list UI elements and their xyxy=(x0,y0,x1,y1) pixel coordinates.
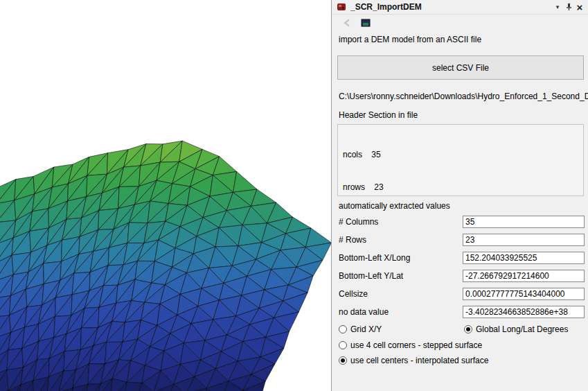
nodata-label: no data value xyxy=(339,306,389,318)
radio-cell-centers[interactable]: use cell centers - interpolated surface xyxy=(339,356,488,365)
radio-4-cell-corners[interactable]: use 4 cell corners - stepped surface xyxy=(339,340,482,350)
radio-button-icon[interactable] xyxy=(464,325,472,333)
collapse-arrow-icon xyxy=(342,19,352,27)
terrain-mesh-canvas[interactable] xyxy=(0,0,331,391)
panel-title: _SCR_ImportDEM xyxy=(350,2,552,12)
bottomleft-x-label: Bottom-Left X/Long xyxy=(339,252,410,264)
bottomleft-x-input[interactable] xyxy=(463,252,585,264)
close-button[interactable]: × xyxy=(574,1,585,12)
field-row-bottomleft-y: Bottom-Left Y/Lat xyxy=(332,270,588,282)
field-row-nodata: no data value xyxy=(332,306,588,318)
radio-4-cell-corners-label[interactable]: use 4 cell corners - stepped surface xyxy=(350,340,482,350)
field-row-rows: # Rows xyxy=(332,234,588,246)
radio-global-longlat[interactable]: Global Long/Lat Degrees xyxy=(464,324,568,334)
header-line: ncols 35 xyxy=(343,150,578,161)
header-section-box[interactable]: ncols 35 nrows 23 xllcorner 152.20403392… xyxy=(337,124,584,196)
select-csv-button[interactable]: select CSV File xyxy=(337,55,584,80)
bottomleft-y-input[interactable] xyxy=(463,270,585,282)
3d-viewport[interactable] xyxy=(0,0,331,391)
pin-button[interactable] xyxy=(563,1,574,12)
chevron-down-icon: ▾ xyxy=(556,4,560,10)
rows-input[interactable] xyxy=(463,234,585,246)
capture-button[interactable] xyxy=(359,17,372,29)
field-row-bottomleft-x: Bottom-Left X/Long xyxy=(332,252,588,264)
file-path-text: C:\Users\ronny.schneider\Downloads\Hydro… xyxy=(339,92,588,101)
panel-icon xyxy=(337,2,346,12)
bottomleft-y-label: Bottom-Left Y/Lat xyxy=(339,270,403,282)
panel-toolbar xyxy=(332,15,588,31)
radio-button-icon[interactable] xyxy=(339,325,347,333)
import-dem-panel: _SCR_ImportDEM ▾ × import a DEM model fr… xyxy=(331,0,588,391)
cellsize-label: Cellsize xyxy=(339,288,368,300)
cellsize-input[interactable] xyxy=(463,288,585,300)
panel-title-bar: _SCR_ImportDEM ▾ × xyxy=(332,0,588,15)
header-line: nrows 23 xyxy=(343,182,578,193)
nodata-input[interactable] xyxy=(463,306,585,318)
panel-menu-button[interactable]: ▾ xyxy=(552,1,563,12)
columns-label: # Columns xyxy=(339,216,378,228)
header-section-label: Header Section in file xyxy=(339,110,418,120)
extracted-values-label: automatically extracted values xyxy=(339,201,450,211)
field-row-cellsize: Cellsize xyxy=(332,288,588,300)
radio-grid-xy-label[interactable]: Grid X/Y xyxy=(350,324,382,334)
radio-button-icon[interactable] xyxy=(339,356,347,365)
image-icon xyxy=(361,19,371,27)
columns-input[interactable] xyxy=(463,216,585,228)
intro-text: import a DEM model from an ASCII file xyxy=(339,35,481,44)
radio-grid-xy[interactable]: Grid X/Y xyxy=(339,324,382,334)
field-row-columns: # Columns xyxy=(332,216,588,228)
collapse-arrow-button xyxy=(341,17,353,29)
radio-cell-centers-label[interactable]: use cell centers - interpolated surface xyxy=(350,356,488,365)
rows-label: # Rows xyxy=(339,234,366,246)
pin-icon xyxy=(565,3,573,11)
radio-button-icon[interactable] xyxy=(339,341,347,349)
radio-global-longlat-label[interactable]: Global Long/Lat Degrees xyxy=(476,324,568,334)
close-icon: × xyxy=(577,2,583,12)
